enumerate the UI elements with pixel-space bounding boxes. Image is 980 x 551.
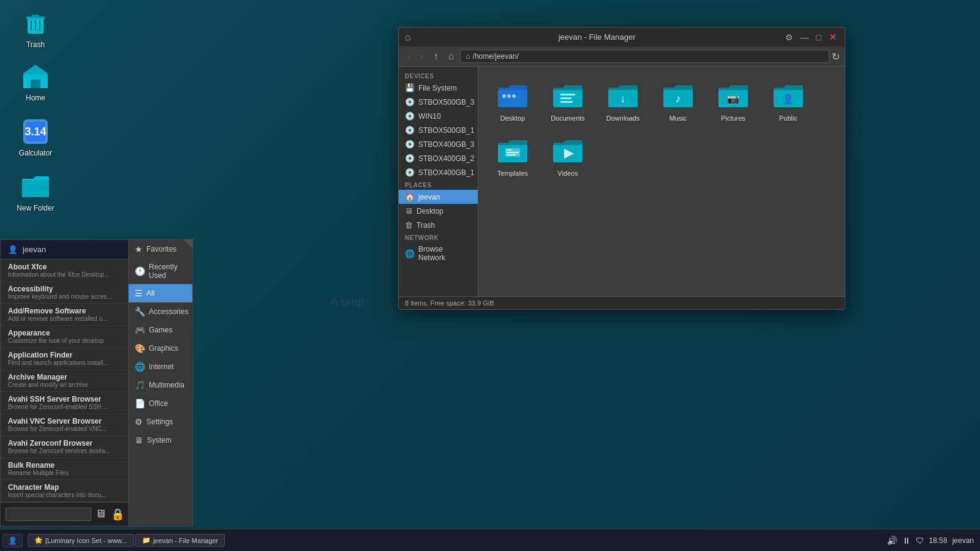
app-item-add-remove-software[interactable]: Add/Remove Software Add or remove softwa…	[1, 304, 128, 326]
cat-accessories[interactable]: 🔧 Accessories	[129, 302, 192, 321]
fm-minimize-btn[interactable]: —	[799, 32, 811, 42]
folder-music[interactable]: ♪ Music	[654, 77, 703, 126]
fm-settings-icon[interactable]: ⚙	[783, 32, 795, 42]
sidebar-item-trash[interactable]: 🗑 Trash	[399, 218, 478, 232]
cat-favorites[interactable]: ★ Favorites	[129, 240, 192, 258]
desktop-place-label: Desktop	[417, 207, 443, 216]
sidebar-item-stbox400gb2[interactable]: 💿 STBOX400GB_2	[399, 151, 478, 165]
fm-home-btn[interactable]: ⌂	[405, 32, 411, 43]
fm-title: jeevan - File Manager	[411, 32, 783, 42]
fm-refresh-btn[interactable]: ↻	[832, 51, 840, 62]
sidebar-item-stbox400gb1[interactable]: 💿 STBOX400GB_1	[399, 165, 478, 179]
bg-text: A simp	[331, 296, 364, 309]
app-item-bulk-rename[interactable]: Bulk Rename Rename Multiple Files	[1, 458, 128, 480]
svg-rect-21	[507, 152, 519, 153]
accessories-icon: 🔧	[135, 307, 145, 317]
svg-text:3.14: 3.14	[24, 126, 46, 138]
new-folder-label: New Folder	[17, 204, 54, 212]
fm-forward-btn[interactable]: ›	[417, 49, 427, 64]
folder-documents[interactable]: Documents	[543, 77, 592, 126]
app-menu: 👤 jeevan About Xfce Information about th…	[0, 239, 193, 527]
cat-graphics[interactable]: 🎨 Graphics	[129, 339, 192, 358]
graphics-icon: 🎨	[135, 343, 145, 353]
fm-places-label: PLACES	[399, 179, 478, 190]
fm-up-btn[interactable]: ↑	[430, 49, 442, 64]
internet-label: Internet	[149, 362, 174, 371]
svg-text:👤: 👤	[782, 93, 794, 105]
start-button[interactable]: 👤	[2, 534, 23, 547]
cat-system[interactable]: 🖥 System	[129, 431, 192, 449]
switch-user-icon[interactable]: 🖥	[94, 506, 107, 522]
svg-rect-12	[560, 94, 575, 96]
new-folder-icon[interactable]: New Folder	[11, 168, 60, 216]
sidebar-item-file-system[interactable]: 💾 File System	[399, 81, 478, 95]
fm-address-bar[interactable]: ⌂ /home/jeevan/	[460, 50, 829, 63]
trash-icon[interactable]: Trash	[11, 5, 60, 53]
sidebar-item-stbox500gb3[interactable]: 💿 STBOX500GB_3	[399, 95, 478, 109]
cat-all[interactable]: ☰ All	[129, 284, 192, 302]
fm-home-dir-btn[interactable]: ⌂	[445, 49, 458, 64]
folder-documents-label: Documents	[551, 114, 585, 122]
app-item-archive-manager[interactable]: Archive Manager Create and modify an arc…	[1, 370, 128, 392]
cat-multimedia[interactable]: 🎵 Multimedia	[129, 376, 192, 394]
sidebar-item-stbox500gb1[interactable]: 💿 STBOX500GB_1	[399, 123, 478, 137]
sidebar-item-browse-network[interactable]: 🌐 Browse Network	[399, 242, 478, 264]
app-search-input[interactable]	[6, 508, 91, 521]
taskbar: 👤 🌟 [Luminary Icon Set - www... 📁 jeevan…	[0, 529, 980, 551]
app-item-character-map[interactable]: Character Map Insert special characters …	[1, 480, 128, 502]
stbox500gb3-icon: 💿	[405, 97, 415, 107]
app-item-about-xfce[interactable]: About Xfce Information about the Xfce De…	[1, 260, 128, 282]
multimedia-label: Multimedia	[149, 381, 184, 389]
folder-pictures[interactable]: 📷 Pictures	[709, 77, 758, 126]
cat-internet[interactable]: 🌐 Internet	[129, 358, 192, 376]
games-icon: 🎮	[135, 325, 145, 335]
app-item-accessibility[interactable]: Accessibility Improve keyboard and mouse…	[1, 282, 128, 304]
taskbar-app-luminary[interactable]: 🌟 [Luminary Icon Set - www...	[28, 534, 134, 547]
fm-statusbar: 8 items, Free space: 33.9 GiB	[399, 296, 845, 309]
luminary-icon: 🌟	[34, 536, 43, 544]
user-avatar-icon: 👤	[8, 245, 18, 254]
fm-maximize-btn[interactable]: □	[815, 32, 823, 42]
taskbar-app-file-manager[interactable]: 📁 jeevan - File Manager	[135, 534, 225, 547]
app-item-appearance[interactable]: Appearance Customize the look of your de…	[1, 326, 128, 348]
folder-templates[interactable]: Templates	[488, 132, 537, 181]
stbox400gb1-label: STBOX400GB_1	[418, 168, 474, 177]
games-label: Games	[149, 326, 173, 334]
stbox400gb2-icon: 💿	[405, 154, 415, 163]
app-item-avahi-vnc[interactable]: Avahi VNC Server Browser Browse for Zero…	[1, 414, 128, 436]
fm-body: DEVICES 💾 File System 💿 STBOX500GB_3 💿 W…	[399, 67, 845, 296]
file-manager-window: ⌂ jeevan - File Manager ⚙ — □ ✕ ‹ › ↑ ⌂ …	[398, 27, 845, 310]
fm-back-btn[interactable]: ‹	[404, 49, 414, 64]
galculator-icon[interactable]: 3.14 Galculator	[11, 113, 60, 161]
folder-desktop[interactable]: Desktop	[488, 77, 537, 126]
sidebar-item-stbox400gb3[interactable]: 💿 STBOX400GB_3	[399, 137, 478, 151]
accessories-label: Accessories	[149, 307, 189, 316]
stbox500gb1-label: STBOX500GB_1	[418, 126, 474, 135]
app-item-avahi-zeroconf[interactable]: Avahi Zeroconf Browser Browse for Zeroco…	[1, 436, 128, 458]
cat-settings[interactable]: ⚙ Settings	[129, 413, 192, 431]
cat-office[interactable]: 📄 Office	[129, 394, 192, 413]
shield-icon[interactable]: 🛡	[916, 536, 924, 545]
system-label: System	[147, 436, 172, 444]
pause-icon[interactable]: ⏸	[902, 536, 911, 545]
lock-icon[interactable]: 🔒	[110, 506, 126, 522]
home-folder-icon[interactable]: Home	[11, 58, 60, 106]
svg-text:♪: ♪	[676, 92, 681, 105]
app-item-avahi-ssh[interactable]: Avahi SSH Server Browser Browse for Zero…	[1, 392, 128, 414]
svg-point-10	[507, 94, 511, 98]
volume-icon[interactable]: 🔊	[887, 536, 897, 545]
home-label: Home	[26, 94, 45, 102]
cat-games[interactable]: 🎮 Games	[129, 321, 192, 339]
app-item-application-finder[interactable]: Application Finder Find and launch appli…	[1, 348, 128, 370]
folder-public[interactable]: 👤 Public	[764, 77, 813, 126]
folder-videos[interactable]: Videos	[543, 132, 592, 181]
folder-downloads[interactable]: ↓ Downloads	[598, 77, 647, 126]
folder-downloads-label: Downloads	[606, 114, 639, 122]
sidebar-item-desktop[interactable]: 🖥 Desktop	[399, 204, 478, 218]
folder-videos-label: Videos	[557, 170, 578, 177]
fm-close-btn[interactable]: ✕	[827, 31, 839, 43]
sidebar-item-jeevan[interactable]: 🏠 jeevan	[399, 190, 478, 204]
sidebar-item-win10[interactable]: 💿 WIN10	[399, 109, 478, 123]
file-system-label: File System	[418, 84, 457, 92]
cat-recently-used[interactable]: 🕐 Recently Used	[129, 258, 192, 284]
